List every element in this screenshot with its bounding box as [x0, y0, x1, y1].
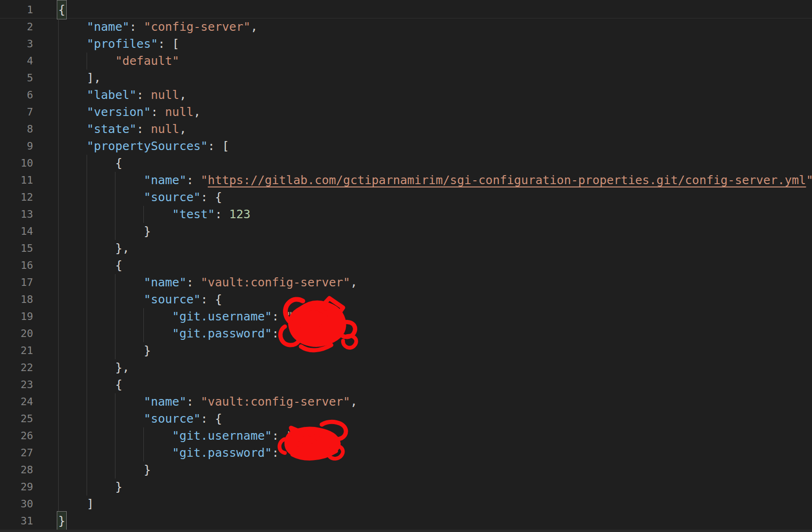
- code-line[interactable]: 3 "profiles": [: [0, 35, 812, 53]
- line-number: 7: [0, 104, 33, 121]
- code-token-punct: ,: [250, 20, 257, 34]
- code-line[interactable]: 11 "name": "https://gitlab.com/gctiparna…: [0, 172, 812, 189]
- code-line[interactable]: 21 }: [0, 342, 812, 359]
- code-token-key: "git.password": [172, 327, 272, 340]
- code-token-punct: }: [115, 480, 122, 494]
- code-line[interactable]: 24 "name": "vault:config-server",: [0, 393, 812, 410]
- code-token-punct: : [: [208, 139, 229, 153]
- line-number: 25: [0, 410, 33, 427]
- line-number: 1: [0, 1, 33, 18]
- code-line[interactable]: 8 "state": null,: [0, 121, 812, 138]
- code-token-ws: [58, 310, 172, 323]
- code-line[interactable]: 31}: [0, 513, 812, 530]
- code-text: "version": null,: [58, 104, 201, 121]
- line-number: 23: [0, 376, 33, 393]
- code-token-key: "test": [172, 207, 215, 221]
- code-token-ws: [58, 463, 144, 477]
- code-token-ws: [58, 480, 115, 494]
- line-number: 20: [0, 325, 33, 342]
- code-text: "source": {: [58, 291, 222, 308]
- line-number: 3: [0, 35, 33, 53]
- line-number: 26: [0, 427, 33, 444]
- code-token-ws: [58, 71, 87, 85]
- code-line[interactable]: 18 "source": {: [0, 291, 812, 308]
- code-token-key: "source": [144, 412, 201, 426]
- line-number: 12: [0, 189, 33, 206]
- code-line[interactable]: 29 }: [0, 479, 812, 496]
- code-token-ws: [58, 446, 172, 460]
- code-line[interactable]: 5 ],: [0, 70, 812, 87]
- code-token-str: "default": [115, 54, 179, 68]
- code-line[interactable]: 9 "propertySources": [: [0, 138, 812, 155]
- code-token-punct: {: [115, 378, 122, 391]
- json-editor[interactable]: 1{2 "name": "config-server",3 "profiles"…: [0, 0, 812, 532]
- code-text: }: [58, 513, 65, 530]
- code-token-punct: }: [144, 463, 151, 477]
- code-token-key: "git.username": [172, 310, 272, 323]
- code-line[interactable]: 7 "version": null,: [0, 104, 812, 121]
- code-token-key: "propertySources": [87, 139, 208, 153]
- code-token-key: "source": [144, 190, 201, 204]
- code-line[interactable]: 15 },: [0, 240, 812, 257]
- code-token-num: 123: [229, 207, 250, 221]
- line-number: 21: [0, 342, 33, 359]
- code-token-punct: :: [186, 173, 201, 187]
- line-number: 14: [0, 223, 33, 240]
- code-token-punct: :: [272, 429, 286, 443]
- line-number: 16: [0, 257, 33, 274]
- code-token-punct: :: [186, 395, 201, 408]
- code-token-ws: [58, 122, 87, 136]
- code-text: "label": null,: [58, 87, 186, 104]
- code-line[interactable]: 12 "source": {: [0, 189, 812, 206]
- code-token-punct: {: [115, 156, 122, 170]
- code-token-punct: },: [115, 361, 129, 374]
- code-text: "default": [58, 53, 179, 70]
- url-link[interactable]: https://gitlab.com/gctiparnamirim/sgi-co…: [208, 173, 806, 187]
- code-line[interactable]: 23 {: [0, 376, 812, 393]
- code-line[interactable]: 17 "name": "vault:config-server",: [0, 274, 812, 291]
- code-line[interactable]: 19 "git.username": ": [0, 308, 812, 325]
- code-text: "test": 123: [58, 206, 250, 223]
- code-token-punct: :: [137, 122, 151, 136]
- code-token-punct: ,: [179, 88, 186, 102]
- code-token-ws: [58, 429, 172, 443]
- code-text: "git.password": ": [58, 444, 293, 461]
- code-text: },: [58, 359, 130, 376]
- code-line[interactable]: 16 {: [0, 257, 812, 274]
- code-line[interactable]: 6 "label": null,: [0, 87, 812, 104]
- code-line[interactable]: 4 "default": [0, 53, 812, 70]
- code-line[interactable]: 1{: [0, 1, 812, 18]
- code-text: }: [58, 342, 151, 359]
- code-text: {: [58, 376, 122, 393]
- code-line[interactable]: 27 "git.password": ": [0, 444, 812, 461]
- code-token-ws: [58, 497, 87, 511]
- code-line[interactable]: 30 ]: [0, 496, 812, 513]
- code-token-str: ": [286, 429, 293, 443]
- code-line[interactable]: 20 "git.password":: [0, 325, 812, 342]
- code-token-ws: [58, 412, 144, 426]
- code-token-null: null: [165, 105, 194, 119]
- code-line[interactable]: 14 }: [0, 223, 812, 240]
- code-token-punct: ,: [179, 122, 186, 136]
- line-number: 28: [0, 461, 33, 479]
- code-token-punct: :: [215, 207, 229, 221]
- line-number: 11: [0, 172, 33, 189]
- code-token-ws: [58, 105, 87, 119]
- line-number: 31: [0, 513, 33, 530]
- code-line[interactable]: 28 }: [0, 461, 812, 479]
- line-number: 17: [0, 274, 33, 291]
- code-line[interactable]: 26 "git.username": ": [0, 427, 812, 444]
- code-line[interactable]: 13 "test": 123: [0, 206, 812, 223]
- code-token-punct: :: [130, 20, 144, 34]
- code-token-punct: :: [272, 327, 286, 340]
- code-line[interactable]: 22 },: [0, 359, 812, 376]
- code-token-str: ": [806, 173, 812, 187]
- code-line[interactable]: 25 "source": {: [0, 410, 812, 427]
- code-token-ws: [58, 395, 144, 408]
- code-token-key: "git.username": [172, 429, 272, 443]
- line-number: 18: [0, 291, 33, 308]
- code-line[interactable]: 10 {: [0, 155, 812, 172]
- code-line[interactable]: 2 "name": "config-server",: [0, 18, 812, 35]
- code-token-punct: : {: [201, 412, 222, 426]
- code-token-ws: [58, 361, 115, 374]
